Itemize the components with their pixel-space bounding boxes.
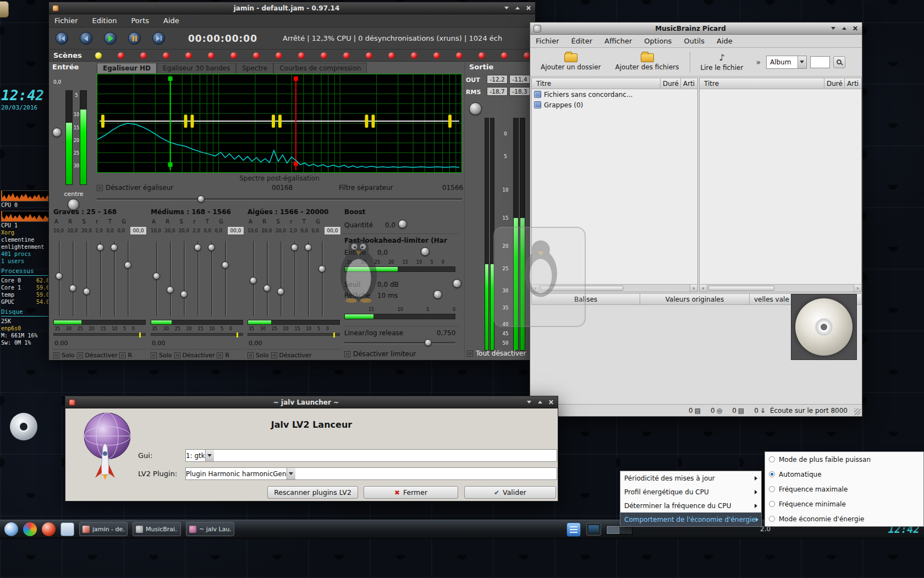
submenu-item-economie[interactable]: Mode économie d'énergie [765, 511, 923, 526]
scene-led[interactable] [140, 52, 147, 59]
band-threshold-strip[interactable] [151, 333, 243, 336]
menu-fichier[interactable]: Fichier [54, 17, 78, 25]
menu-item-periodicite[interactable]: Périodicité des mises à jour [620, 471, 761, 485]
bypass-checkbox[interactable] [77, 352, 83, 358]
column-titre[interactable]: Titre [532, 80, 660, 88]
scene-led[interactable] [366, 52, 372, 59]
makeup-spinbox[interactable]: 00,0 [130, 226, 147, 235]
column-duree[interactable]: Duré [824, 80, 844, 88]
combo-arrow-icon[interactable] [205, 450, 214, 461]
extra-checkbox[interactable] [119, 352, 125, 358]
eq-bypass-checkbox[interactable] [97, 185, 103, 191]
scene-led[interactable] [208, 52, 215, 59]
tab-egaliseur-30[interactable]: Egaliseur 30 bandes [157, 63, 236, 73]
picard-maximize-button[interactable] [840, 25, 848, 32]
submenu-item-automatique[interactable]: Automatique [765, 467, 923, 482]
tab-courbes[interactable]: Courbes de compression [273, 63, 367, 73]
band-slider-knob[interactable] [153, 272, 160, 280]
scene-led[interactable] [253, 52, 260, 59]
scroll-right-icon[interactable]: › [854, 285, 861, 292]
band-slider-knob[interactable] [111, 244, 118, 251]
search-type-combo[interactable]: Album [766, 56, 807, 69]
menu-item-frequence[interactable]: Déterminer la fréquence du CPU [620, 499, 761, 512]
pager-desktop-1[interactable] [607, 526, 619, 534]
eq-graph[interactable] [97, 74, 462, 173]
jalv-close-button[interactable] [547, 399, 554, 406]
boost-quantity-knob[interactable] [398, 220, 407, 228]
makeup-spinbox[interactable]: 00,0 [227, 226, 244, 235]
band-slider-knob[interactable] [250, 277, 257, 284]
taskbar-window-jalv[interactable]: ~ jalv Lau... [186, 522, 234, 536]
transport-pause-button[interactable] [128, 32, 141, 45]
jalv-shade-button[interactable] [525, 399, 532, 406]
band-slider-knob[interactable] [56, 272, 63, 280]
scene-led[interactable] [276, 52, 282, 59]
scene-led[interactable] [230, 52, 237, 59]
band-threshold-strip[interactable] [248, 333, 340, 336]
logrelease-slider[interactable] [344, 339, 455, 346]
column-artiste[interactable]: Arti [845, 80, 861, 88]
band-slider-knob[interactable] [167, 286, 174, 293]
transport-rewind-button[interactable] [56, 32, 68, 45]
rescan-button[interactable]: Rescanner plugins LV2 [267, 486, 358, 499]
menu-editer[interactable]: Éditer [571, 37, 593, 45]
band-slider-knob[interactable] [208, 244, 215, 251]
close-button[interactable]: ✖Fermer [364, 486, 458, 499]
limiter-release-knob[interactable] [433, 290, 442, 299]
search-input[interactable] [810, 56, 830, 68]
validate-button[interactable]: ✔Valider [464, 486, 556, 499]
band-slider-knob[interactable] [222, 261, 229, 269]
menu-fichier[interactable]: Fichier [536, 37, 559, 45]
combo-arrow-icon[interactable] [287, 468, 295, 479]
toolbar-overflow-icon[interactable]: » [756, 58, 761, 67]
jamin-close-button[interactable] [525, 5, 532, 12]
band-slider-knob[interactable] [318, 265, 326, 272]
tab-spectre[interactable]: Spectre [236, 63, 273, 73]
scene-led[interactable] [298, 52, 305, 59]
picard-titlebar[interactable]: MusicBrainz Picard [530, 23, 862, 35]
solo-checkbox[interactable] [248, 352, 254, 358]
menu-options[interactable]: Options [644, 37, 672, 45]
menu-item-comportement[interactable]: Comportement de l'économie d'énergie [620, 512, 761, 526]
band-slider-knob[interactable] [263, 285, 271, 292]
add-folder-button[interactable]: Ajouter un dossier [534, 52, 608, 72]
scrollbar-thumb[interactable] [708, 286, 774, 291]
menu-item-profil[interactable]: Profil énergétique du CPU [620, 485, 761, 499]
scene-led[interactable] [388, 52, 395, 59]
desktop-cd-icon[interactable] [10, 413, 37, 440]
menu-afficher[interactable]: Afficher [604, 37, 632, 45]
jamin-titlebar[interactable]: jamin - default.jam - 0.97.14 [49, 2, 535, 14]
scene-led[interactable] [321, 52, 327, 59]
scene-led[interactable] [343, 52, 350, 59]
band-slider-knob[interactable] [180, 291, 188, 298]
submenu-item-freq-max[interactable]: Fréquence maximale [765, 482, 923, 497]
submenu-item-freq-min[interactable]: Fréquence minimale [765, 497, 923, 511]
scene-led[interactable] [163, 52, 169, 59]
jamin-maximize-button[interactable] [514, 5, 521, 12]
album-pane-scrollbar[interactable]: ‹ › [700, 284, 861, 292]
scene-led[interactable] [185, 52, 192, 59]
launcher-files-icon[interactable] [61, 522, 74, 536]
resize-grip[interactable] [854, 408, 861, 415]
taskbar-window-jamin[interactable]: jamin - de... [79, 522, 128, 536]
add-files-button[interactable]: Ajouter des fichiers [608, 52, 686, 72]
combo-arrow-icon[interactable] [798, 56, 806, 68]
scene-led[interactable] [501, 52, 508, 59]
crossover-slider-handle[interactable] [197, 195, 205, 203]
scroll-left-icon[interactable]: ‹ [700, 285, 707, 292]
input-gain-knob[interactable] [52, 128, 62, 137]
picard-shade-button[interactable] [829, 25, 837, 32]
scene-led[interactable] [456, 52, 463, 59]
shelf-handle[interactable] [0, 1, 9, 18]
crossover-low-value[interactable]: 00168 [272, 184, 293, 192]
scene-led-active[interactable] [95, 52, 102, 59]
band-slider-knob[interactable] [305, 244, 312, 251]
launcher-media-icon[interactable] [42, 522, 56, 536]
bypass-checkbox[interactable] [271, 352, 277, 358]
column-titre[interactable]: Titre [700, 80, 824, 88]
limiter-input-knob[interactable] [421, 247, 430, 256]
menu-ports[interactable]: Ports [131, 17, 149, 25]
limiter-threshold-knob[interactable] [453, 279, 461, 288]
band-slider-knob[interactable] [277, 288, 284, 295]
jamin-shade-button[interactable] [503, 5, 510, 12]
